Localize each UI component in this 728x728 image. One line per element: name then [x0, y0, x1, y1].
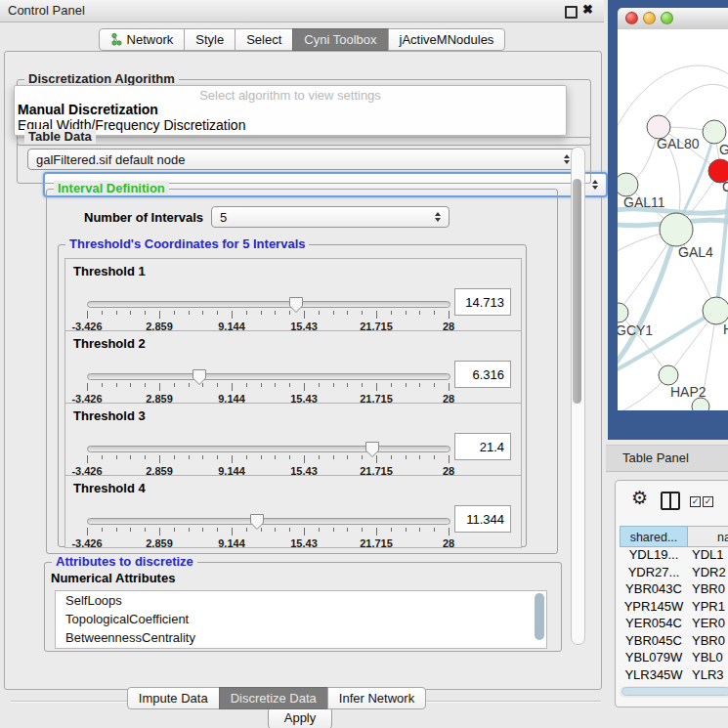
table-row[interactable]: YBL079WYBL0 [620, 650, 728, 667]
network-node[interactable] [659, 365, 678, 385]
tick-mark [419, 383, 420, 387]
slider-track[interactable] [87, 446, 450, 452]
tab-style-label: Style [195, 29, 224, 50]
tick-mark [145, 383, 146, 387]
table-row[interactable]: YER054CYER0 [620, 616, 728, 633]
network-window-titlebar[interactable] [618, 8, 728, 30]
table-row[interactable]: YBR043CYBR0 [620, 581, 728, 599]
cell-name[interactable]: YBL0 [688, 650, 728, 667]
cell-name[interactable]: YBR0 [688, 633, 728, 651]
table-row[interactable]: YBR045CYBR0 [620, 633, 728, 651]
close-traffic-light-icon[interactable] [625, 12, 638, 24]
network-node[interactable] [703, 120, 726, 144]
cell-shared-name[interactable]: YBR045C [620, 633, 688, 651]
panel-scrollbar[interactable] [571, 147, 585, 645]
threshold-3-slider[interactable]: -3.4262.8599.14415.4321.71528 [87, 441, 449, 474]
table-data-combo[interactable]: galFiltered.sif default node [27, 149, 578, 170]
cell-name[interactable]: YDR2 [688, 565, 728, 582]
cell-shared-name[interactable]: YDL19... [620, 547, 688, 565]
table-row[interactable]: YDL19...YDL1 [620, 547, 728, 565]
top-tab-bar: Network Style Select Cyni Toolbox jActiv… [0, 28, 604, 51]
attribute-list-item[interactable]: SelfLoops [56, 591, 546, 610]
cell-shared-name[interactable]: YLR345W [620, 667, 688, 685]
slider-track[interactable] [87, 301, 450, 308]
table-row[interactable]: YLR345WYLR3 [620, 667, 728, 685]
network-node[interactable] [660, 213, 693, 246]
table-row[interactable]: YDR27...YDR2 [620, 565, 728, 582]
threshold-1-value-field[interactable]: 14.713 [454, 288, 511, 316]
table-scrollbar-thumb[interactable] [621, 687, 728, 696]
cell-name[interactable]: YDL1 [688, 547, 728, 565]
network-canvas[interactable]: GAL80GACGAL11GAL4GCY1HHAP2 [618, 29, 728, 410]
cell-shared-name[interactable]: YIL052C [620, 684, 688, 685]
list-scrollbar-thumb[interactable] [535, 593, 544, 640]
minimize-traffic-light-icon[interactable] [643, 12, 656, 24]
checkbox-icon[interactable]: ✓ [690, 496, 701, 507]
number-of-intervals-combo[interactable]: 5 [211, 206, 450, 228]
network-node-label: H [723, 321, 728, 337]
table-row[interactable]: YPR145WYPR1 [620, 599, 728, 617]
tab-infer-network[interactable]: Infer Network [327, 687, 426, 709]
apply-button[interactable]: Apply [268, 707, 332, 728]
slider-track[interactable] [87, 373, 450, 380]
cell-shared-name[interactable]: YPR145W [620, 599, 688, 617]
numerical-attributes-list[interactable]: SelfLoopsTopologicalCoefficientBetweenne… [55, 590, 547, 649]
panel-scrollbar-thumb[interactable] [573, 179, 581, 404]
cell-name[interactable]: YPR1 [688, 599, 728, 617]
checkbox-icon[interactable]: ✓ [703, 496, 713, 507]
threshold-1-slider[interactable]: -3.4262.8599.14415.4321.71528 [87, 296, 449, 329]
tab-infer-network-label: Infer Network [339, 688, 414, 708]
tab-style[interactable]: Style [184, 28, 236, 51]
threshold-4-slider[interactable]: -3.4262.8599.14415.4321.71528 [87, 513, 449, 546]
threshold-3-value-field[interactable]: 21.4 [454, 433, 511, 460]
cell-shared-name[interactable]: YER054C [620, 616, 688, 633]
table-row[interactable]: YIL052CYIL0 [620, 684, 728, 685]
tab-jactivemnodules[interactable]: jActiveMNodules [388, 28, 506, 51]
tick-label: 9.144 [218, 537, 245, 549]
tab-impute-data[interactable]: Impute Data [127, 687, 220, 709]
network-node[interactable] [618, 173, 638, 196]
threshold-2-slider[interactable]: -3.4262.8599.14415.4321.71528 [87, 368, 449, 402]
zoom-traffic-light-icon[interactable] [661, 12, 673, 24]
table-horizontal-scrollbar[interactable] [620, 686, 728, 698]
attribute-list-item[interactable]: TopologicalCoefficient [56, 610, 546, 628]
split-columns-icon[interactable] [661, 492, 680, 510]
tab-network[interactable]: Network [99, 28, 186, 51]
tick-mark [362, 311, 363, 315]
tab-discretize-data[interactable]: Discretize Data [219, 687, 328, 709]
gear-icon[interactable]: ⚙ [631, 489, 648, 507]
tick-mark [145, 311, 146, 315]
tick-mark [87, 311, 88, 319]
cell-shared-name[interactable]: YBL079W [620, 650, 688, 667]
cell-name[interactable]: YIL0 [688, 684, 728, 685]
network-node[interactable] [703, 297, 728, 324]
table-panel-title: Table Panel [622, 450, 689, 465]
cell-shared-name[interactable]: YDR27... [620, 565, 688, 582]
threshold-2-value-field[interactable]: 6.316 [454, 361, 511, 388]
tick-mark [333, 455, 334, 459]
close-icon[interactable]: ✖ [582, 2, 593, 17]
network-node[interactable] [618, 303, 628, 322]
cell-name[interactable]: YBR0 [688, 581, 728, 599]
float-window-icon[interactable] [565, 6, 578, 19]
cell-name[interactable]: YER0 [688, 616, 728, 633]
tick-mark [391, 383, 392, 387]
cell-name[interactable]: YLR3 [688, 667, 728, 685]
tick-mark [102, 383, 103, 387]
attribute-list-item[interactable]: BetweennessCentrality [56, 628, 546, 647]
tick-mark [333, 383, 334, 387]
slider-track[interactable] [87, 518, 450, 525]
column-header-shared-name[interactable]: shared... [620, 526, 688, 547]
network-window: GAL80GACGAL11GAL4GCY1HHAP2 [618, 8, 728, 410]
threshold-4-value-field[interactable]: 11.344 [454, 505, 511, 533]
cell-shared-name[interactable]: YBR043C [620, 581, 688, 599]
table-data-title: Table Data [24, 129, 96, 144]
tick-mark [102, 455, 103, 459]
table-panel-titlebar: Table Panel [606, 445, 728, 472]
column-header-name[interactable]: na [688, 526, 728, 547]
tick-mark [419, 311, 420, 315]
tab-cyni-toolbox[interactable]: Cyni Toolbox [292, 28, 388, 51]
tick-mark [189, 528, 190, 532]
dropdown-option-manual[interactable]: Manual Discretization [18, 102, 158, 117]
tab-select[interactable]: Select [235, 28, 293, 51]
